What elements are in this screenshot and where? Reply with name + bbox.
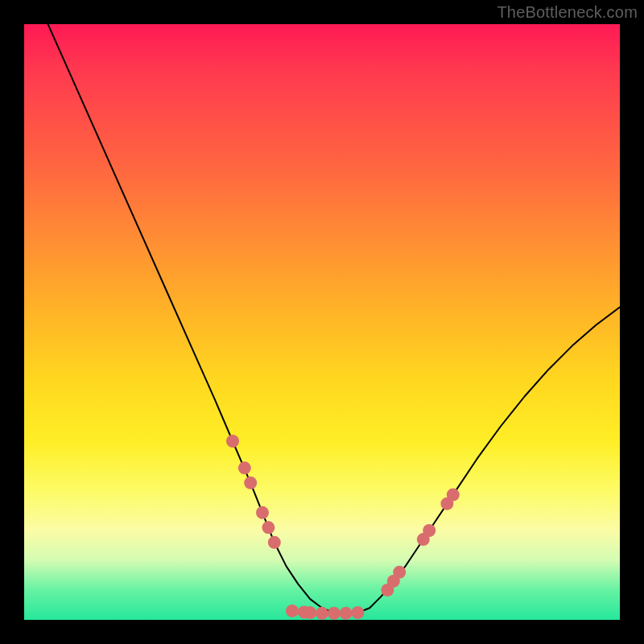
data-point — [268, 536, 281, 549]
data-point — [393, 566, 406, 579]
data-point — [340, 607, 353, 620]
data-point — [303, 606, 316, 619]
data-point — [286, 605, 299, 617]
data-point — [262, 521, 275, 534]
data-point — [256, 506, 269, 519]
plot-area — [24, 24, 620, 620]
data-point — [238, 461, 251, 474]
data-point — [328, 607, 341, 620]
data-point — [226, 435, 239, 448]
data-point — [423, 524, 436, 537]
data-point — [351, 606, 364, 619]
curve-path — [48, 24, 620, 614]
data-point — [447, 489, 460, 502]
data-point — [244, 477, 257, 489]
chart-svg — [24, 24, 620, 620]
watermark-text: TheBottleneck.com — [497, 3, 638, 22]
data-point — [316, 607, 328, 620]
chart-frame: TheBottleneck.com — [0, 0, 644, 644]
